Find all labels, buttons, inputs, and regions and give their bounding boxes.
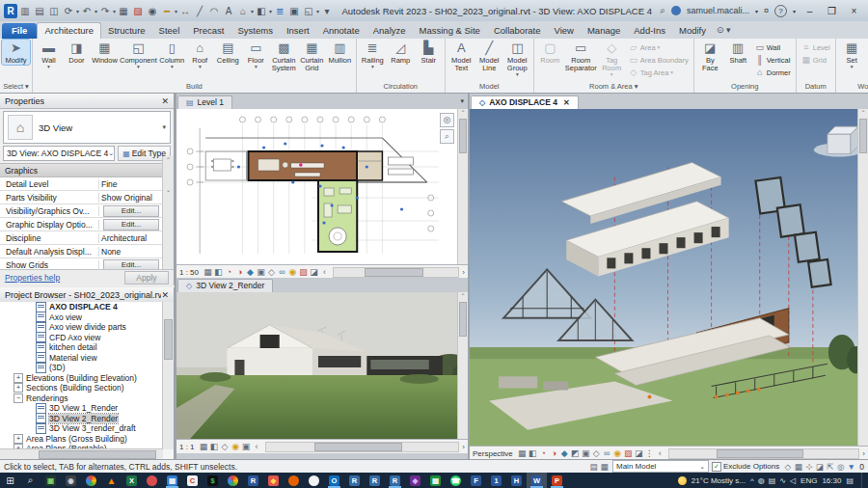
ribbon-tab-analyze[interactable]: Analyze <box>366 23 413 39</box>
network-icon[interactable]: ∿ <box>779 476 786 485</box>
render-vertical-scrollbar[interactable]: ⌃ <box>457 292 468 439</box>
right-scroll-right-icon[interactable]: › <box>862 449 865 458</box>
browser-item-cfd-axo-view[interactable]: CFD Axo view <box>0 333 163 343</box>
background-processes-icon[interactable]: ◎ <box>835 462 846 472</box>
revit-app-icon[interactable]: R <box>4 4 17 18</box>
vlc[interactable]: ▲ <box>101 473 122 488</box>
drag-on-selection-icon[interactable]: ⇱ <box>825 462 835 472</box>
browser-item-kitchen-detail[interactable]: kitchen detail <box>0 342 163 353</box>
ribbon-tab-steel[interactable]: Steel <box>152 23 187 39</box>
graphics-section-header[interactable]: Graphics ⌃ <box>0 163 174 177</box>
render-scale[interactable]: 1 : 1 <box>179 443 195 451</box>
expand-icon[interactable]: + <box>14 373 23 383</box>
property-parts-visibility-value[interactable]: Show Original <box>101 193 152 203</box>
sync-with-central-icon[interactable]: ⟳ <box>62 4 75 18</box>
zoom-icon[interactable]: ⌕ <box>440 129 454 144</box>
measure-icon-arrow[interactable]: ▾ <box>175 8 177 14</box>
ribbon-button-window[interactable]: ▦Window <box>91 40 119 65</box>
temporary-hide-isolate-icon[interactable]: ∞ <box>602 448 612 458</box>
browser-item-axo-view-divide-parts[interactable]: Axo view divide parts <box>0 322 163 333</box>
ribbon-tab-add-ins[interactable]: Add-Ins <box>627 23 672 39</box>
ribbon-button-model-group[interactable]: ◫ModelGroup▾ <box>503 40 531 77</box>
ribbon-button-grid[interactable]: ▦Grid <box>800 54 832 66</box>
model-group-dropdown-arrow[interactable]: ▾ <box>516 72 519 77</box>
text-icon[interactable]: A <box>222 4 235 18</box>
ribbon-tab-systems[interactable]: Systems <box>231 23 279 39</box>
ribbon-tab-modify[interactable]: Modify <box>672 23 713 39</box>
photos[interactable] <box>223 473 243 488</box>
autocad[interactable]: C <box>182 473 203 488</box>
section-icon[interactable]: ◧ <box>255 4 268 18</box>
steering-wheel-icon[interactable]: ◎ <box>440 113 454 127</box>
detail-level-icon[interactable]: ◧ <box>213 267 224 277</box>
right-vertical-scrollbar[interactable]: ⌃ <box>857 109 868 447</box>
search-icon[interactable]: ⌕ <box>660 5 665 16</box>
roof-dropdown-arrow[interactable]: ▾ <box>199 65 202 69</box>
ribbon-button-tag-area[interactable]: ◇Tag Area▾ <box>627 67 691 78</box>
redo-icon[interactable]: ↷ <box>98 4 112 18</box>
properties-help-link[interactable]: Properties help <box>5 273 60 283</box>
ribbon-button-mullion[interactable]: ▥Mullion <box>326 40 354 65</box>
app-purple[interactable]: ◈ <box>405 473 425 488</box>
expand-icon[interactable]: + <box>14 434 23 444</box>
ribbon-button-ceiling[interactable]: ▤Ceiling <box>214 40 242 65</box>
ribbon-button-room[interactable]: ▢Room <box>536 40 564 65</box>
more-icon[interactable]: ⋮ <box>644 448 655 458</box>
customize-qat-icon[interactable]: ▾ <box>320 4 334 18</box>
clock[interactable]: 16:30 <box>822 476 841 485</box>
render-scroll-right-icon[interactable]: › <box>462 443 465 451</box>
right-horizontal-scrollbar[interactable] <box>668 448 860 459</box>
property-default-analysis-displ-value[interactable]: None <box>101 247 121 257</box>
signed-in-user[interactable]: samuel.macali... <box>687 6 749 15</box>
aligned-dimension-icon[interactable]: ↔ <box>178 4 192 18</box>
export-pdf-icon[interactable]: ▨ <box>131 4 145 18</box>
switch-windows-icon-arrow[interactable]: ▾ <box>316 8 319 14</box>
ribbon-button-wall[interactable]: ▬Wall▾ <box>35 40 63 69</box>
undo-icon[interactable]: ↶ <box>80 4 94 18</box>
switch-windows-icon[interactable]: ◱ <box>302 4 315 18</box>
crop-view-icon[interactable]: ▣ <box>581 448 591 458</box>
language-indicator[interactable]: ENG <box>800 476 817 485</box>
ribbon-button-area[interactable]: ▱Area▾ <box>627 41 691 53</box>
select-by-face-icon[interactable]: ◪ <box>814 462 825 472</box>
ribbon-tab-precast[interactable]: Precast <box>186 23 231 39</box>
thin-lines-icon[interactable]: ≣ <box>273 4 286 18</box>
component-dropdown-arrow[interactable]: ▾ <box>137 65 140 69</box>
property-visibility-graphics-ov-edit-button[interactable]: Edit... <box>103 205 159 217</box>
sync-with-central-icon-arrow[interactable]: ▾ <box>76 8 79 14</box>
sun-path-icon[interactable]: ◔ <box>538 448 549 458</box>
property-detail-level-value[interactable]: Fine <box>101 179 118 189</box>
user-dropdown-arrow[interactable]: ▾ <box>755 8 758 14</box>
railing-dropdown-arrow[interactable]: ▾ <box>371 65 374 69</box>
browser-item-sections-building-section[interactable]: +Sections (Building Section) <box>0 383 163 393</box>
ribbon-button-dormer[interactable]: ⌂Dormer <box>753 67 793 78</box>
floor-dropdown-arrow[interactable]: ▾ <box>255 65 258 69</box>
view-tab-3d-view-2-render[interactable]: ◇ 3D View 2_Render <box>177 279 273 292</box>
arc-icon[interactable]: ◠ <box>207 4 221 18</box>
scroll-left-icon[interactable]: ‹ <box>655 448 665 458</box>
chrome[interactable] <box>81 473 101 488</box>
doc-1[interactable]: 1 <box>486 473 506 488</box>
ribbon-button-tag-room[interactable]: ◇TagRoom▾ <box>598 40 626 77</box>
project-browser-close-icon[interactable]: ✕ <box>161 290 169 300</box>
view-tab-level-1[interactable]: ▤ Level 1 <box>177 95 232 109</box>
ribbon-tab-collaborate[interactable]: Collaborate <box>487 23 548 39</box>
projection-label[interactable]: Perspective <box>473 449 513 458</box>
word[interactable]: W <box>527 473 547 488</box>
render-preview-view[interactable]: ⌃ <box>176 292 468 439</box>
app-store-icon[interactable]: ¤ <box>764 6 769 15</box>
expand-icon[interactable]: + <box>14 383 23 393</box>
revit-instance-3[interactable]: R <box>385 473 405 488</box>
default-3d-view-icon[interactable]: ⌂ <box>236 4 250 18</box>
doc-blue[interactable]: R <box>243 473 263 488</box>
ribbon-button-set[interactable]: ▦Set▾ <box>838 40 866 69</box>
visual-style-icon[interactable]: ▦ <box>203 267 213 277</box>
collaborate-icon[interactable]: ◉ <box>146 4 159 18</box>
outlook[interactable]: O <box>324 473 344 488</box>
print-icon[interactable]: ▦ <box>117 4 130 18</box>
ribbon-button-wall[interactable]: ▭Wall <box>753 41 793 53</box>
browser-vertical-scrollbar[interactable] <box>162 302 174 449</box>
browser-item-area-plans-gross-building[interactable]: +Area Plans (Gross Building) <box>0 434 163 445</box>
ribbon-tab-structure[interactable]: Structure <box>101 23 152 39</box>
filter-icon[interactable]: ▼ <box>846 462 856 472</box>
